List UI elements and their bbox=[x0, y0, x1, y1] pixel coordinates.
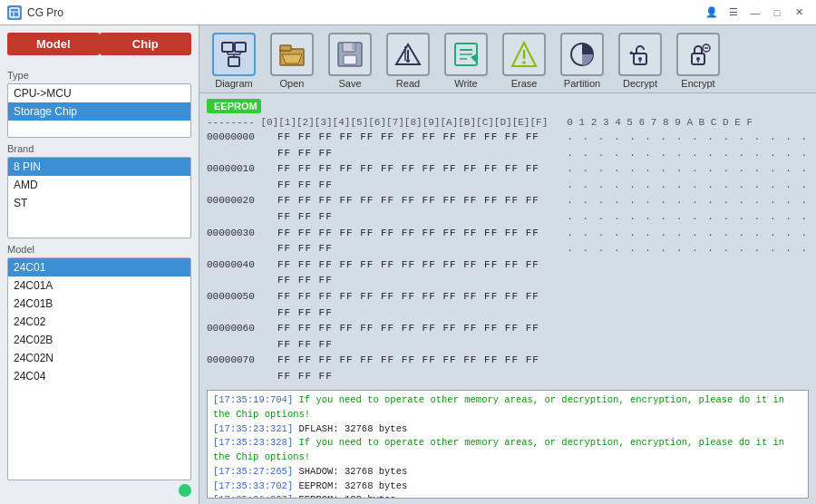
erase-button[interactable]: Erase bbox=[497, 29, 551, 92]
eeprom-badge: EEPROM bbox=[207, 99, 261, 113]
model-label: Model bbox=[7, 244, 191, 255]
content-area: EEPROM -------- [0][1][2][3][4][5][6][7]… bbox=[199, 93, 816, 504]
read-icon bbox=[386, 33, 430, 76]
type-item-storage[interactable]: Storage Chip bbox=[8, 102, 190, 121]
tab-row: Model Chip bbox=[7, 33, 191, 55]
diagram-icon bbox=[212, 33, 256, 76]
partition-icon bbox=[560, 33, 604, 76]
svg-rect-3 bbox=[222, 43, 233, 52]
hex-row: 00000070FF FF FF FF FF FF FF FF FF FF FF… bbox=[207, 353, 559, 384]
type-label: Type bbox=[7, 70, 191, 81]
app-icon bbox=[7, 5, 22, 20]
open-label: Open bbox=[280, 78, 305, 89]
svg-line-34 bbox=[630, 52, 632, 53]
hex-row: 00000060FF FF FF FF FF FF FF FF FF FF FF… bbox=[207, 321, 559, 353]
decrypt-icon bbox=[618, 33, 662, 76]
brand-item-amd[interactable]: AMD bbox=[8, 176, 190, 194]
encrypt-icon bbox=[676, 33, 720, 76]
log-line: [17:35:33:702] EEPROM: 32768 bytes bbox=[213, 480, 802, 494]
type-list: CPU->MCU Storage Chip bbox=[7, 83, 191, 138]
ascii-row: . . . . . . . . . . . . . . . . bbox=[567, 226, 809, 242]
status-indicator bbox=[179, 484, 191, 497]
read-label: Read bbox=[396, 78, 420, 89]
hex-row: 00000010FF FF FF FF FF FF FF FF FF FF FF… bbox=[207, 161, 559, 193]
ascii-row: . . . . . . . . . . . . . . . . bbox=[567, 193, 809, 209]
model-item-24c02[interactable]: 24C02 bbox=[8, 313, 190, 331]
close-button[interactable]: ✕ bbox=[789, 5, 809, 21]
log-line: [17:35:23:328] If you need to operate ot… bbox=[213, 436, 802, 465]
log-line: [17:35:27:265] SHADOW: 32768 bytes bbox=[213, 465, 802, 480]
erase-label: Erase bbox=[511, 78, 538, 89]
open-icon bbox=[270, 33, 314, 76]
svg-point-36 bbox=[696, 57, 700, 61]
log-line: [17:35:36:927] EEPROM: 128 bytes bbox=[213, 493, 802, 499]
maximize-button[interactable]: □ bbox=[767, 5, 787, 21]
log-line: [17:35:19:704] If you need to operate ot… bbox=[213, 393, 802, 422]
app-title: CG Pro bbox=[27, 6, 702, 19]
svg-rect-0 bbox=[10, 8, 19, 17]
model-item-24c02n[interactable]: 24C02N bbox=[8, 349, 190, 367]
save-icon bbox=[328, 33, 372, 76]
decrypt-button[interactable]: Decrypt bbox=[613, 29, 667, 92]
diagram-label: Diagram bbox=[215, 78, 253, 89]
model-item-24c04[interactable]: 24C04 bbox=[8, 367, 190, 385]
write-label: Write bbox=[454, 78, 477, 89]
ascii-display: 0 1 2 3 4 5 6 7 8 9 A B C D E F . . . . … bbox=[567, 117, 809, 386]
hex-row: 00000020FF FF FF FF FF FF FF FF FF FF FF… bbox=[207, 193, 559, 225]
minimize-button[interactable]: — bbox=[745, 5, 765, 21]
partition-button[interactable]: Partition bbox=[555, 29, 609, 92]
write-button[interactable]: Write bbox=[439, 29, 493, 92]
svg-point-31 bbox=[638, 57, 642, 61]
svg-point-28 bbox=[522, 61, 526, 64]
titlebar: CG Pro 👤 ☰ — □ ✕ bbox=[0, 0, 816, 25]
hex-container: -------- [0][1][2][3][4][5][6][7][8][9][… bbox=[207, 117, 809, 386]
brand-label: Brand bbox=[7, 143, 191, 154]
svg-rect-4 bbox=[235, 43, 246, 52]
svg-rect-5 bbox=[228, 57, 239, 66]
ascii-row: . . . . . . . . . . . . . . . . bbox=[567, 130, 809, 146]
save-button[interactable]: Save bbox=[323, 29, 377, 92]
read-button[interactable]: Read bbox=[381, 29, 435, 92]
model-item-24c01[interactable]: 24C01 bbox=[8, 258, 190, 276]
erase-icon bbox=[502, 33, 546, 76]
ascii-row: . . . . . . . . . . . . . . . . bbox=[567, 209, 809, 226]
log-area[interactable]: [17:35:19:704] If you need to operate ot… bbox=[207, 390, 809, 499]
tab-chip[interactable]: Chip bbox=[100, 33, 192, 55]
menu-icon[interactable]: ☰ bbox=[724, 5, 743, 21]
log-line: [17:35:23:321] DFLASH: 32768 bytes bbox=[213, 422, 802, 437]
main-container: Model Chip Type CPU->MCU Storage Chip Br… bbox=[0, 25, 816, 504]
toolbar: Diagram Open bbox=[199, 25, 816, 93]
ascii-row: . . . . . . . . . . . . . . . . bbox=[567, 178, 809, 194]
diagram-button[interactable]: Diagram bbox=[207, 29, 261, 92]
write-icon bbox=[444, 33, 488, 76]
window-controls: 👤 ☰ — □ ✕ bbox=[702, 5, 809, 21]
model-item-24c01a[interactable]: 24C01A bbox=[8, 276, 190, 295]
hex-row: 00000040FF FF FF FF FF FF FF FF FF FF FF… bbox=[207, 257, 559, 289]
decrypt-label: Decrypt bbox=[623, 78, 657, 89]
open-button[interactable]: Open bbox=[265, 29, 319, 92]
right-panel: Diagram Open bbox=[199, 25, 816, 504]
svg-rect-15 bbox=[344, 55, 356, 64]
ascii-row: . . . . . . . . . . . . . . . . bbox=[567, 161, 809, 178]
brand-list: 8 PIN AMD ST bbox=[7, 157, 191, 238]
model-item-24c02b[interactable]: 24C02B bbox=[8, 331, 190, 349]
svg-point-20 bbox=[406, 59, 410, 63]
ascii-row: . . . . . . . . . . . . . . . . bbox=[567, 241, 809, 257]
svg-marker-25 bbox=[471, 53, 478, 64]
tab-model[interactable]: Model bbox=[7, 33, 100, 55]
left-panel: Model Chip Type CPU->MCU Storage Chip Br… bbox=[0, 25, 199, 504]
ascii-rows: . . . . . . . . . . . . . . . .. . . . .… bbox=[567, 130, 809, 257]
svg-rect-16 bbox=[352, 44, 355, 50]
hex-row: 00000030FF FF FF FF FF FF FF FF FF FF FF… bbox=[207, 226, 559, 257]
encrypt-label: Encrypt bbox=[681, 78, 714, 89]
encrypt-button[interactable]: Encrypt bbox=[671, 29, 725, 92]
model-item-24c01b[interactable]: 24C01B bbox=[8, 295, 190, 313]
save-label: Save bbox=[338, 78, 361, 89]
brand-item-st[interactable]: ST bbox=[8, 194, 190, 212]
brand-item-8pin[interactable]: 8 PIN bbox=[8, 158, 190, 176]
type-item-cpu[interactable]: CPU->MCU bbox=[8, 84, 190, 102]
user-icon[interactable]: 👤 bbox=[702, 5, 722, 21]
model-list[interactable]: 24C01 24C01A 24C01B 24C02 24C02B 24C02N … bbox=[7, 257, 191, 480]
svg-rect-11 bbox=[280, 45, 291, 51]
ascii-row: . . . . . . . . . . . . . . . . bbox=[567, 146, 809, 162]
